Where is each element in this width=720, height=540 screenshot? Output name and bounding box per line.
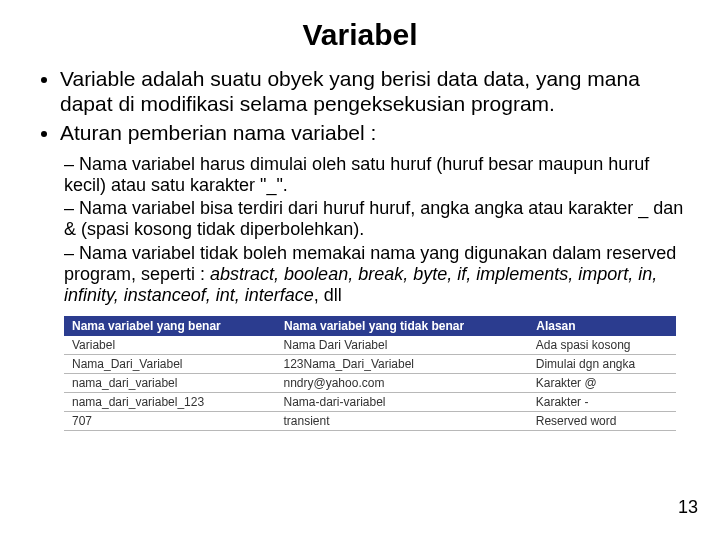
sub-3-suffix: , dll [314,285,342,305]
cell: 123Nama_Dari_Variabel [276,355,528,374]
slide-title: Variabel [28,18,692,52]
cell: transient [276,412,528,431]
cell: 707 [64,412,276,431]
cell: nama_dari_variabel [64,374,276,393]
cell: Karakter - [528,393,676,412]
cell: Karakter @ [528,374,676,393]
cell: Variabel [64,336,276,355]
table-row: nama_dari_variabel_123 Nama-dari-variabe… [64,393,676,412]
th-0: Nama variabel yang benar [64,316,276,336]
cell: Ada spasi kosong [528,336,676,355]
page-number: 13 [678,497,698,518]
table-row: Nama_Dari_Variabel 123Nama_Dari_Variabel… [64,355,676,374]
sub-bullets: Nama variabel harus dimulai oleh satu hu… [28,154,692,307]
table-head-row: Nama variabel yang benar Nama variabel y… [64,316,676,336]
cell: Dimulai dgn angka [528,355,676,374]
sub-1: Nama variabel harus dimulai oleh satu hu… [64,154,692,196]
cell: Nama Dari Variabel [276,336,528,355]
cell: Reserved word [528,412,676,431]
cell: Nama-dari-variabel [276,393,528,412]
table-row: 707 transient Reserved word [64,412,676,431]
th-1: Nama variabel yang tidak benar [276,316,528,336]
bullet-1: Variable adalah suatu obyek yang berisi … [60,66,692,116]
cell: nndry@yahoo.com [276,374,528,393]
table-row: Variabel Nama Dari Variabel Ada spasi ko… [64,336,676,355]
cell: nama_dari_variabel_123 [64,393,276,412]
sub-2: Nama variabel bisa terdiri dari huruf hu… [64,198,692,240]
th-2: Alasan [528,316,676,336]
slide: Variabel Variable adalah suatu obyek yan… [0,0,720,540]
var-table: Nama variabel yang benar Nama variabel y… [64,316,676,431]
table-row: nama_dari_variabel nndry@yahoo.com Karak… [64,374,676,393]
bullet-2: Aturan pemberian nama variabel : [60,120,692,145]
table-wrap: Nama variabel yang benar Nama variabel y… [64,316,676,431]
cell: Nama_Dari_Variabel [64,355,276,374]
sub-3: Nama variabel tidak boleh memakai nama y… [64,243,692,307]
main-bullets: Variable adalah suatu obyek yang berisi … [28,66,692,146]
